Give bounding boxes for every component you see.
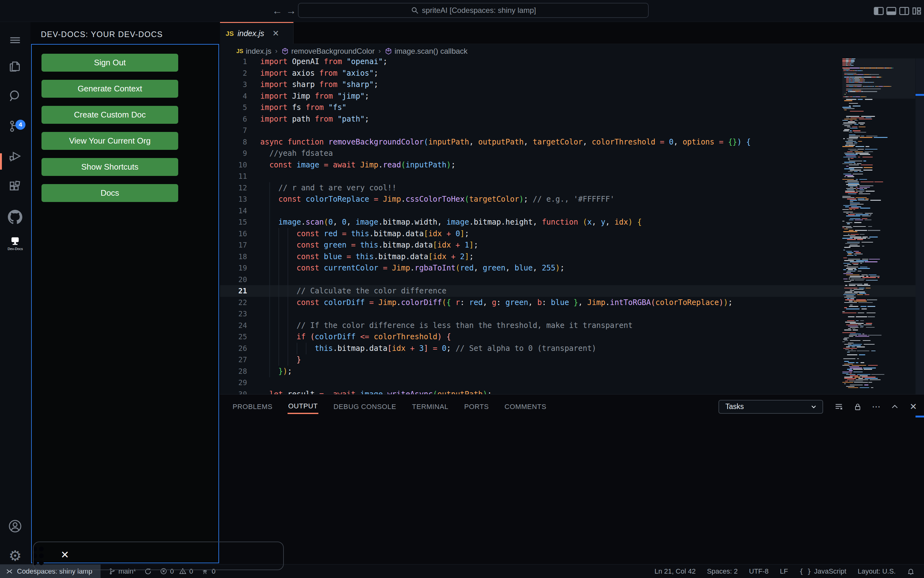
code-line-8[interactable]: 8async function removeBackgroundColor(in…: [220, 136, 924, 148]
panel-tab-output[interactable]: OUTPUT: [288, 399, 318, 414]
sidebar-button-create-custom-doc[interactable]: Create Custom Doc: [41, 106, 178, 124]
code-line-12[interactable]: 12 // r and t are very cool!!: [220, 182, 924, 194]
code-line-18[interactable]: 18 const blue = this.bitmap.data[idx + 2…: [220, 251, 924, 263]
sidebar-button-generate-context[interactable]: Generate Context: [41, 80, 178, 98]
code-line-27[interactable]: 27 }: [220, 354, 924, 366]
sidebar-button-docs[interactable]: Docs: [41, 184, 178, 202]
panel-tab-debug-console[interactable]: DEBUG CONSOLE: [333, 400, 397, 413]
indentation[interactable]: Spaces: 2: [707, 567, 738, 575]
code-line-4[interactable]: 4import Jimp from "jimp";: [220, 91, 924, 102]
clear-output-icon[interactable]: [834, 402, 844, 412]
lock-scroll-icon[interactable]: [852, 402, 863, 412]
code-line-15[interactable]: 15 image.scan(0, 0, image.bitmap.width, …: [220, 216, 924, 228]
explorer-icon[interactable]: [8, 59, 22, 73]
menu-hamburger-icon[interactable]: [8, 33, 22, 47]
breadcrumb-label: image.scan() callback: [395, 47, 468, 55]
code-line-14[interactable]: 14: [220, 205, 924, 217]
language-mode[interactable]: { }JavaScript: [799, 567, 846, 575]
output-channel-value: Tasks: [726, 403, 744, 411]
code-line-19[interactable]: 19 const currentColor = Jimp.rgbaToInt(r…: [220, 262, 924, 274]
line-number: 17: [220, 239, 247, 251]
breadcrumb-separator: ›: [274, 47, 278, 55]
tab-close-icon[interactable]: ✕: [272, 29, 279, 38]
notifications-bell[interactable]: [907, 568, 914, 575]
cursor-position[interactable]: Ln 21, Col 42: [655, 567, 696, 575]
panel-tab-problems[interactable]: PROBLEMS: [232, 400, 273, 413]
breadcrumb-item[interactable]: image.scan() callback: [385, 47, 468, 55]
breadcrumb[interactable]: JSindex.js›removeBackgroundColor›image.s…: [220, 44, 924, 58]
line-number: 22: [220, 297, 247, 308]
code-line-22[interactable]: 22 const colorDiff = Jimp.colorDiff({ r:…: [220, 297, 924, 308]
code-line-13[interactable]: 13 const colorToReplace = Jimp.cssColorT…: [220, 193, 924, 205]
line-number: 26: [220, 343, 247, 354]
toast-close-icon[interactable]: ✕: [61, 550, 69, 560]
forward-arrow-icon[interactable]: →: [285, 5, 297, 17]
minimap[interactable]: [842, 58, 915, 394]
code-line-17[interactable]: 17 const green = this.bitmap.data[idx + …: [220, 239, 924, 251]
panel-tab-comments[interactable]: COMMENTS: [504, 400, 547, 413]
code-line-23[interactable]: 23: [220, 308, 924, 320]
panel-tab-ports[interactable]: PORTS: [464, 400, 489, 413]
code-line-30[interactable]: 30 let result = await image.writeAsync(o…: [220, 388, 924, 395]
toggle-panel-icon[interactable]: [886, 6, 897, 16]
extensions-icon[interactable]: [8, 180, 22, 194]
code-line-24[interactable]: 24 // If the color difference is less th…: [220, 320, 924, 331]
sidebar-button-show-shortcuts[interactable]: Show Shortcuts: [41, 158, 178, 176]
code-line-21[interactable]: 21 // Calculate the color difference: [220, 285, 924, 297]
back-arrow-icon[interactable]: ←: [271, 5, 283, 17]
eol[interactable]: LF: [780, 567, 788, 575]
code-line-7[interactable]: 7: [220, 125, 924, 136]
close-panel-icon[interactable]: ✕: [908, 402, 918, 412]
github-icon[interactable]: [8, 210, 22, 224]
more-actions-icon[interactable]: ⋯: [871, 402, 881, 412]
code-line-26[interactable]: 26 this.bitmap.data[idx + 3] = 0; // Set…: [220, 343, 924, 354]
code-line-10[interactable]: 10 const image = await Jimp.read(inputPa…: [220, 159, 924, 171]
code-line-1[interactable]: 1import OpenAI from "openai";: [220, 58, 924, 68]
account-icon[interactable]: [8, 519, 22, 533]
toggle-secondary-sidebar-icon[interactable]: [899, 6, 909, 16]
indent-guide: [269, 308, 270, 320]
code-editor[interactable]: 1import OpenAI from "openai";2import axi…: [220, 58, 924, 394]
dev-docs-view-icon[interactable]: [8, 233, 22, 248]
code-line-3[interactable]: 3import sharp from "sharp";: [220, 79, 924, 91]
tab-index-js[interactable]: JS index.js ✕: [220, 22, 294, 44]
code-text: });: [260, 366, 292, 377]
code-text: //yeah fdsatea: [260, 148, 333, 159]
code-line-5[interactable]: 5import fs from "fs": [220, 102, 924, 114]
encoding[interactable]: UTF-8: [749, 567, 768, 575]
line-number: 1: [220, 58, 247, 68]
editor-scrollbar[interactable]: [916, 58, 924, 394]
code-text: const image = await Jimp.read(inputPath)…: [260, 159, 455, 171]
code-line-28[interactable]: 28 });: [220, 366, 924, 377]
command-center-search[interactable]: spriteAI [Codespaces: shiny lamp]: [298, 3, 649, 18]
settings-gear-icon[interactable]: ⚙: [8, 549, 22, 563]
panel-tab-terminal[interactable]: TERMINAL: [412, 400, 449, 413]
code-text: // r and t are very cool!!: [260, 182, 396, 194]
code-line-9[interactable]: 9 //yeah fdsatea: [220, 148, 924, 159]
breadcrumb-item[interactable]: removeBackgroundColor: [281, 47, 375, 55]
sidebar-title: DEV-DOCS: YOUR DEV-DOCS: [41, 30, 163, 39]
panel-scrollbar-decoration: [916, 416, 924, 417]
code-line-29[interactable]: 29: [220, 377, 924, 388]
breadcrumb-item[interactable]: JSindex.js: [236, 47, 271, 55]
code-line-11[interactable]: 11: [220, 170, 924, 182]
code-text: const colorToReplace = Jimp.cssColorToHe…: [260, 193, 615, 205]
output-channel-select[interactable]: Tasks: [719, 400, 823, 414]
sidebar-button-view-your-current-org[interactable]: View Your Current Org: [41, 132, 178, 150]
code-line-6[interactable]: 6import path from "path";: [220, 114, 924, 125]
sidebar-button-sign-out[interactable]: Sign Out: [41, 54, 178, 71]
search-view-icon[interactable]: [8, 89, 22, 103]
code-text: // Calculate the color difference: [260, 285, 446, 297]
toggle-primary-sidebar-icon[interactable]: [874, 6, 884, 16]
code-line-16[interactable]: 16 const red = this.bitmap.data[idx + 0]…: [220, 228, 924, 240]
maximize-panel-icon[interactable]: [890, 402, 900, 412]
line-number: 19: [220, 262, 247, 274]
code-line-25[interactable]: 25 if (colorDiff <= colorThreshold) {: [220, 331, 924, 343]
line-number: 5: [220, 102, 247, 114]
run-debug-icon[interactable]: [8, 149, 22, 163]
keyboard-layout[interactable]: Layout: U.S.: [858, 567, 896, 575]
line-number: 21: [220, 285, 247, 297]
code-line-2[interactable]: 2import axios from "axios";: [220, 68, 924, 79]
code-line-20[interactable]: 20: [220, 274, 924, 286]
customize-layout-icon[interactable]: [912, 6, 923, 16]
